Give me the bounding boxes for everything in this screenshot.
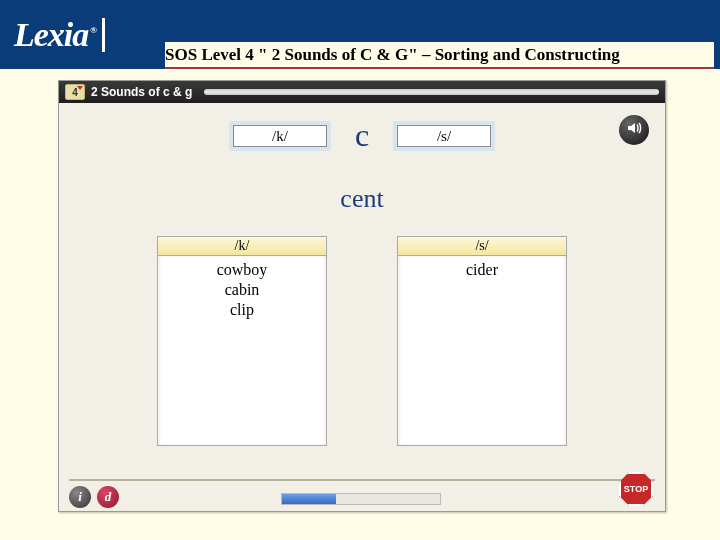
page-title: SOS Level 4 " 2 Sounds of C & G" – Sorti… <box>165 42 714 69</box>
column-header-s: /s/ <box>397 236 567 256</box>
activity-titlebar: 4 2 Sounds of c & g <box>59 81 665 103</box>
column-body-s: cider <box>397 256 567 446</box>
progress-bar <box>281 493 441 505</box>
divider <box>69 479 655 481</box>
info-button[interactable]: i <box>69 486 91 508</box>
column-k[interactable]: /k/ cowboy cabin clip <box>157 236 327 446</box>
activity-window: 4 2 Sounds of c & g /k/ c /s/ cent /k/ c… <box>58 80 666 512</box>
bottom-toolbar: i d STOP <box>59 483 665 511</box>
column-header-k: /k/ <box>157 236 327 256</box>
logo-text: Lexia <box>14 16 88 53</box>
stop-button[interactable]: STOP <box>617 470 655 508</box>
column-body-k: cowboy cabin clip <box>157 256 327 446</box>
detail-button[interactable]: d <box>97 486 119 508</box>
sound-choice-s[interactable]: /s/ <box>397 125 491 147</box>
current-word[interactable]: cent <box>59 184 665 214</box>
sort-columns: /k/ cowboy cabin clip /s/ cider <box>59 236 665 446</box>
dropdown-arrow-icon <box>77 86 83 90</box>
trademark: ® <box>90 25 96 35</box>
info-icon: i <box>78 489 82 505</box>
lexia-logo: Lexia® <box>12 18 105 52</box>
stop-icon: STOP <box>619 472 653 506</box>
progress-fill <box>282 494 336 504</box>
sound-choice-row: /k/ c /s/ <box>59 117 665 154</box>
column-s[interactable]: /s/ cider <box>397 236 567 446</box>
titlebar-decoration <box>204 89 659 95</box>
play-sound-button[interactable] <box>619 115 649 145</box>
sound-choice-k[interactable]: /k/ <box>233 125 327 147</box>
detail-icon: d <box>105 489 112 505</box>
stop-label: STOP <box>624 484 648 494</box>
target-letter: c <box>347 117 377 154</box>
slide-header: Lexia® SOS Level 4 " 2 Sounds of C & G" … <box>0 0 720 69</box>
speaker-icon <box>626 120 642 140</box>
activity-title: 2 Sounds of c & g <box>91 85 192 99</box>
level-badge: 4 <box>65 84 85 100</box>
